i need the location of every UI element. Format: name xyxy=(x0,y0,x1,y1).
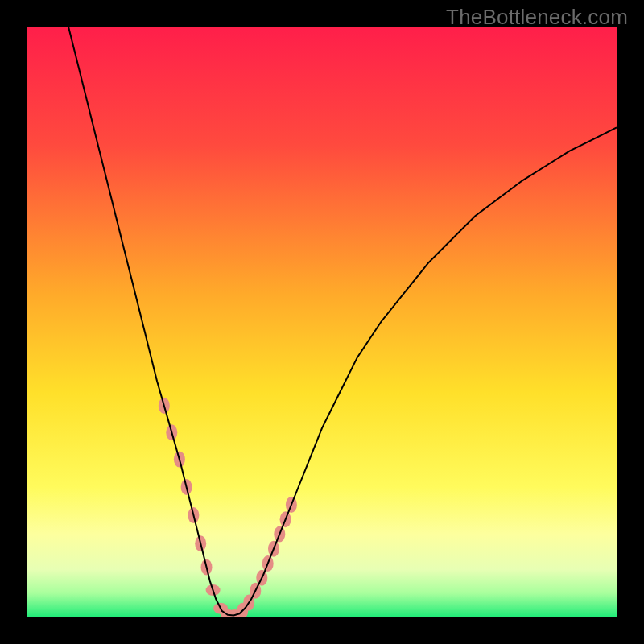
chart-svg xyxy=(27,27,617,617)
chart-frame: TheBottleneck.com xyxy=(0,0,644,644)
plot-area xyxy=(27,27,617,617)
watermark-text: TheBottleneck.com xyxy=(446,5,628,30)
gradient-background xyxy=(27,27,617,617)
